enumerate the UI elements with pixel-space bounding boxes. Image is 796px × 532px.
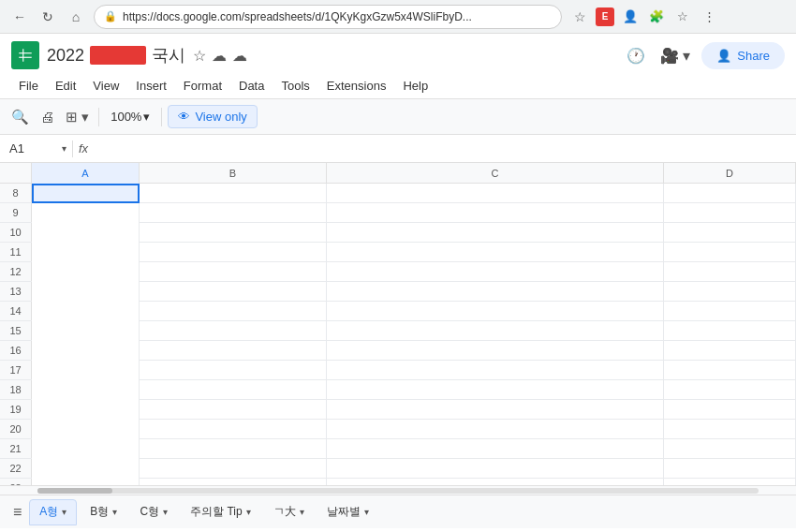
cell-17-B[interactable] xyxy=(140,361,327,380)
col-header-c[interactable]: C xyxy=(327,163,664,184)
scroll-thumb[interactable] xyxy=(37,488,112,494)
cell-13-B[interactable] xyxy=(140,282,327,302)
menu-file[interactable]: File xyxy=(11,75,46,96)
cell-14-A[interactable] xyxy=(32,302,140,321)
zoom-button[interactable]: 100% ▾ xyxy=(105,107,155,126)
cell-22-C[interactable] xyxy=(327,459,664,479)
cell-9-C[interactable] xyxy=(327,203,664,223)
cell-17-D[interactable] xyxy=(664,361,796,380)
star-icon[interactable]: ☆ xyxy=(193,47,206,65)
cell-9-B[interactable] xyxy=(140,203,327,223)
print-button[interactable]: 🖨 xyxy=(37,105,58,128)
cell-20-A[interactable] xyxy=(32,420,140,439)
cell-14-C[interactable] xyxy=(327,302,664,321)
cell-8-D[interactable] xyxy=(664,184,796,203)
cell-16-C[interactable] xyxy=(327,341,664,361)
address-bar[interactable]: 🔒 https://docs.google.com/spreadsheets/d… xyxy=(94,5,562,29)
col-header-b[interactable]: B xyxy=(140,163,327,184)
cell-17-A[interactable] xyxy=(32,361,140,380)
cell-11-A[interactable] xyxy=(32,243,140,262)
more-button[interactable]: ⋮ xyxy=(699,7,719,27)
col-header-d[interactable]: D xyxy=(664,163,796,184)
cell-11-D[interactable] xyxy=(664,243,796,262)
sheet-tab-b[interactable]: B형 ▾ xyxy=(81,499,126,525)
cell-20-D[interactable] xyxy=(664,420,796,439)
bookmark-icon[interactable]: ☆ xyxy=(569,7,590,27)
back-button[interactable]: ← xyxy=(9,7,30,27)
menu-extensions[interactable]: Extensions xyxy=(319,75,394,96)
cell-14-B[interactable] xyxy=(140,302,327,321)
search-button[interactable]: 🔍 xyxy=(7,105,33,129)
cell-21-A[interactable] xyxy=(32,439,140,459)
menu-format[interactable]: Format xyxy=(176,75,229,96)
cell-13-A[interactable] xyxy=(32,282,140,302)
menu-tools[interactable]: Tools xyxy=(273,75,317,96)
cell-9-D[interactable] xyxy=(664,203,796,223)
cell-14-D[interactable] xyxy=(664,302,796,321)
cell-22-A[interactable] xyxy=(32,459,140,479)
hamburger-button[interactable]: ≡ xyxy=(9,500,25,525)
cell-15-C[interactable] xyxy=(327,321,664,341)
cell-ref-arrow[interactable]: ▾ xyxy=(62,143,66,154)
menu-edit[interactable]: Edit xyxy=(48,75,83,96)
cell-18-D[interactable] xyxy=(664,380,796,400)
cell-23-B[interactable] xyxy=(140,479,327,485)
cell-21-D[interactable] xyxy=(664,439,796,459)
cell-18-B[interactable] xyxy=(140,380,327,400)
menu-insert[interactable]: Insert xyxy=(128,75,174,96)
menu-help[interactable]: Help xyxy=(395,75,435,96)
cell-16-B[interactable] xyxy=(140,341,327,361)
cell-11-C[interactable] xyxy=(327,243,664,262)
cell-18-A[interactable] xyxy=(32,380,140,400)
cell-13-C[interactable] xyxy=(327,282,664,302)
cell-9-A[interactable] xyxy=(32,203,140,223)
cell-8-C[interactable] xyxy=(327,184,664,203)
cell-22-B[interactable] xyxy=(140,459,327,479)
cell-23-D[interactable] xyxy=(664,479,796,485)
cell-8-A[interactable] xyxy=(32,184,140,203)
camera-button[interactable]: 🎥 ▾ xyxy=(656,43,694,68)
cell-12-D[interactable] xyxy=(664,262,796,282)
cell-23-A[interactable] xyxy=(32,479,140,485)
sheet-tab-tip[interactable]: 주의할 Tip ▾ xyxy=(181,499,260,525)
grid-button[interactable]: ⊞ ▾ xyxy=(62,105,93,129)
cell-21-B[interactable] xyxy=(140,439,327,459)
cell-20-C[interactable] xyxy=(327,420,664,439)
cell-12-A[interactable] xyxy=(32,262,140,282)
cell-15-A[interactable] xyxy=(32,321,140,341)
cell-19-C[interactable] xyxy=(327,400,664,420)
cell-23-C[interactable] xyxy=(327,479,664,485)
cell-17-C[interactable] xyxy=(327,361,664,380)
sheet-tab-gk[interactable]: ㄱ大 ▾ xyxy=(264,499,314,525)
cell-13-D[interactable] xyxy=(664,282,796,302)
sheet-tab-a-arrow[interactable]: ▾ xyxy=(62,507,66,517)
menu-view[interactable]: View xyxy=(85,75,126,96)
view-only-button[interactable]: 👁 View only xyxy=(168,105,257,128)
history-button[interactable]: 🕐 xyxy=(623,43,649,68)
menu-data[interactable]: Data xyxy=(231,75,272,96)
col-header-a[interactable]: A xyxy=(32,163,140,184)
cell-16-A[interactable] xyxy=(32,341,140,361)
profile-button[interactable]: 👤 xyxy=(620,7,641,27)
cell-10-D[interactable] xyxy=(664,223,796,243)
share-button[interactable]: 👤 Share xyxy=(701,42,785,69)
cell-reference-input[interactable] xyxy=(6,140,62,157)
reload-button[interactable]: ↻ xyxy=(37,7,58,27)
cell-22-D[interactable] xyxy=(664,459,796,479)
home-button[interactable]: ⌂ xyxy=(66,7,86,27)
cell-8-B[interactable] xyxy=(140,184,327,203)
cell-15-D[interactable] xyxy=(664,321,796,341)
cell-10-A[interactable] xyxy=(32,223,140,243)
cell-16-D[interactable] xyxy=(664,341,796,361)
cell-19-D[interactable] xyxy=(664,400,796,420)
extensions-button[interactable]: 🧩 xyxy=(646,7,667,27)
sheet-tab-date[interactable]: 날짜별 ▾ xyxy=(317,499,378,525)
sheet-tab-c[interactable]: C형 ▾ xyxy=(130,499,177,525)
cell-10-C[interactable] xyxy=(327,223,664,243)
cell-11-B[interactable] xyxy=(140,243,327,262)
cell-12-C[interactable] xyxy=(327,262,664,282)
cell-19-B[interactable] xyxy=(140,400,327,420)
horizontal-scrollbar[interactable] xyxy=(0,485,796,495)
cell-15-B[interactable] xyxy=(140,321,327,341)
cell-18-C[interactable] xyxy=(327,380,664,400)
